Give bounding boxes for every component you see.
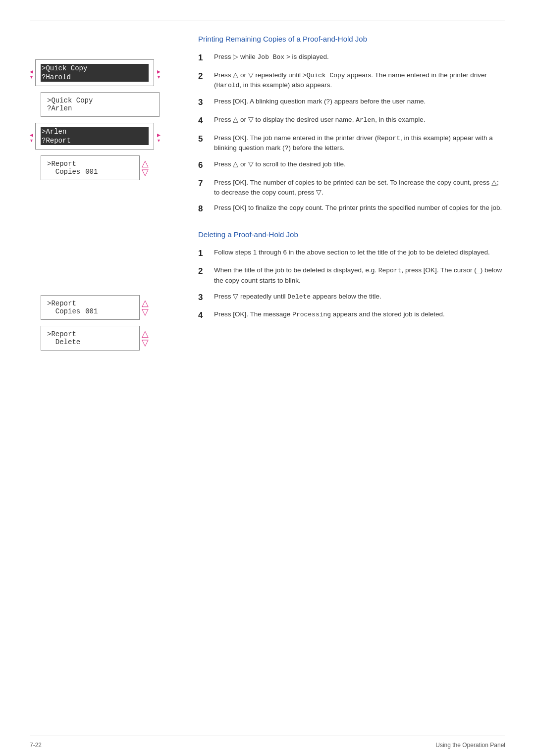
- left-nav-1: ◂ ▾: [30, 66, 33, 80]
- step-1-8: 8 Press [OK] to finalize the copy count.…: [198, 203, 505, 215]
- lcd-panel-4-line2: Copies001: [47, 168, 133, 176]
- right-column: Printing Remaining Copies of a Proof-and…: [183, 30, 505, 721]
- step-1-5: 5 Press [OK]. The job name entered in th…: [198, 133, 505, 154]
- spacer-between-sections: [30, 186, 183, 295]
- panel-row-1: ◂ ▾ >Quick Copy ?Harold ▸ ▾: [30, 59, 183, 86]
- panel-row-5: >Report Copies001 △ ▽: [30, 295, 183, 320]
- step-2-2: 2 When the title of the job to be delete…: [198, 265, 505, 285]
- lcd-panel-1: >Quick Copy ?Harold: [35, 59, 154, 86]
- step-1-4: 4 Press △ or ▽ to display the desired us…: [198, 115, 505, 127]
- step-2-3: 3 Press ▽ repeatedly until Delete appear…: [198, 292, 505, 304]
- lcd-panel-3-line1: >Arlen: [41, 127, 149, 136]
- lcd-panel-6: >Report Delete: [41, 326, 140, 351]
- panel-row-4: >Report Copies001 △ ▽: [30, 155, 183, 180]
- panel-row-6: >Report Delete △ ▽: [30, 326, 183, 351]
- right-nav-1: ▸ ▾: [157, 66, 160, 80]
- right-nav-3: ▸ ▾: [157, 129, 160, 143]
- lcd-panel-2-line2: ?Arlen: [47, 104, 153, 112]
- main-content: ◂ ▾ >Quick Copy ?Harold ▸ ▾ >Quick Copy …: [30, 30, 505, 721]
- bottom-rule: [30, 736, 505, 736]
- lcd-panel-5: >Report Copies001: [41, 295, 140, 320]
- lcd-panel-2: >Quick Copy ?Arlen: [41, 92, 160, 117]
- lcd-panel-2-line1: >Quick Copy: [47, 97, 153, 104]
- step-1-2: 2 Press △ or ▽ repeatedly until >Quick C…: [198, 70, 505, 91]
- lcd-panel-6-line2: Delete: [47, 338, 133, 346]
- lcd-panel-5-line1: >Report: [47, 300, 133, 307]
- lcd-panel-4: >Report Copies001: [41, 155, 140, 180]
- page: 7-22 Using the Operation Panel ◂ ▾ >Quic…: [0, 0, 535, 756]
- section1-heading: Printing Remaining Copies of a Proof-and…: [198, 35, 505, 43]
- top-rule: [30, 20, 505, 20]
- lcd-panel-5-line2: Copies001: [47, 307, 133, 315]
- left-column: ◂ ▾ >Quick Copy ?Harold ▸ ▾ >Quick Copy …: [30, 30, 183, 721]
- lcd-panel-3: >Arlen ?Report: [35, 123, 154, 150]
- nav-6: △ ▽: [142, 329, 149, 347]
- panel-row-2: >Quick Copy ?Arlen: [30, 92, 183, 117]
- left-nav-3: ◂ ▾: [30, 129, 33, 143]
- step-1-6: 6 Press △ or ▽ to scroll to the desired …: [198, 159, 505, 172]
- step-1-7: 7 Press [OK]. The number of copies to be…: [198, 178, 505, 197]
- lcd-panel-4-line1: >Report: [47, 160, 133, 168]
- section2-steps: 1 Follow steps 1 through 6 in the above …: [198, 248, 505, 322]
- nav-4: △ ▽: [142, 159, 149, 177]
- lcd-panel-3-line2: ?Report: [41, 136, 149, 145]
- footer-section-title: Using the Operation Panel: [435, 742, 505, 749]
- step-2-1: 1 Follow steps 1 through 6 in the above …: [198, 248, 505, 260]
- lcd-panel-1-line1: >Quick Copy: [41, 64, 149, 73]
- panel-row-3: ◂ ▾ >Arlen ?Report ▸ ▾: [30, 123, 183, 150]
- step-1-1: 1 Press ▷ while Job Box > is displayed.: [198, 52, 505, 64]
- nav-5: △ ▽: [142, 299, 149, 316]
- lcd-panel-1-line2: ?Harold: [41, 73, 149, 82]
- lcd-panel-6-line1: >Report: [47, 330, 133, 338]
- step-1-3: 3 Press [OK]. A blinking question mark (…: [198, 97, 505, 109]
- footer: 7-22 Using the Operation Panel: [30, 742, 505, 749]
- step-2-4: 4 Press [OK]. The message Processing app…: [198, 309, 505, 322]
- section1-steps: 1 Press ▷ while Job Box > is displayed. …: [198, 52, 505, 215]
- section2-heading: Deleting a Proof-and-Hold Job: [198, 230, 505, 239]
- footer-page-number: 7-22: [30, 742, 42, 749]
